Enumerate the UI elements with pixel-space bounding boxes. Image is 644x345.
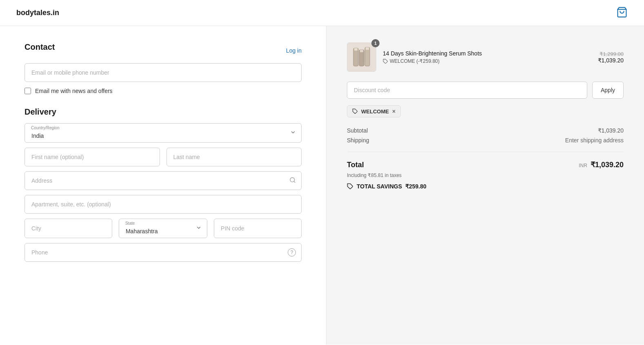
discount-code-input[interactable]	[347, 82, 587, 99]
subtotal-row: Subtotal ₹1,039.20	[347, 127, 624, 134]
state-select-wrapper: State Maharashtra	[119, 219, 207, 238]
shipping-label: Shipping	[347, 137, 369, 144]
product-quantity-badge: 1	[371, 39, 380, 47]
checkout-form-panel: Contact Log in Email me with news and of…	[0, 26, 326, 345]
discount-tag-text: WELCOME (-₹259.80)	[390, 58, 440, 64]
apartment-input[interactable]	[24, 195, 302, 214]
newsletter-label: Email me with news and offers	[35, 88, 113, 94]
product-name: 14 Days Skin-Brightening Serum Shots	[383, 50, 591, 57]
newsletter-checkbox-row: Email me with news and offers	[24, 88, 302, 94]
coupon-tag: WELCOME ×	[347, 105, 401, 117]
savings-row: TOTAL SAVINGS ₹259.80	[347, 183, 624, 190]
phone-help-icon[interactable]: ?	[288, 248, 296, 257]
savings-tag-icon	[347, 183, 353, 190]
original-price: ₹1,299.00	[598, 51, 624, 57]
product-image-wrapper: 1	[347, 42, 376, 72]
coupon-code-label: WELCOME	[361, 108, 389, 115]
subtotal-label: Subtotal	[347, 127, 368, 134]
main-layout: Contact Log in Email me with news and of…	[0, 26, 644, 345]
svg-rect-3	[353, 48, 358, 66]
svg-rect-5	[365, 47, 370, 66]
coupon-remove-button[interactable]: ×	[392, 108, 395, 115]
newsletter-checkbox[interactable]	[24, 88, 31, 94]
order-summary-panel: 1 14 Days Skin-Brightening Serum Shots	[326, 26, 644, 345]
cart-icon[interactable]	[616, 7, 628, 19]
svg-rect-7	[360, 50, 363, 52]
product-discount-tag: WELCOME (-₹259.80)	[383, 58, 591, 64]
svg-rect-8	[366, 47, 369, 50]
savings-value: ₹259.80	[405, 183, 426, 190]
product-image	[347, 42, 376, 72]
totals-divider	[347, 152, 624, 152]
contact-header: Contact Log in	[24, 42, 302, 58]
total-right: INR ₹1,039.20	[579, 160, 624, 169]
phone-wrapper: ?	[24, 243, 302, 262]
contact-section: Contact Log in Email me with news and of…	[24, 42, 302, 94]
subtotal-value: ₹1,039.20	[598, 127, 624, 134]
login-link[interactable]: Log in	[286, 47, 302, 54]
address-input[interactable]	[24, 171, 302, 190]
apply-discount-button[interactable]: Apply	[592, 82, 624, 99]
page-header: bodytales.in	[0, 0, 644, 26]
phone-input[interactable]	[24, 243, 302, 262]
savings-label: TOTAL SAVINGS	[357, 183, 402, 190]
address-wrapper	[24, 171, 302, 190]
svg-rect-6	[354, 48, 358, 51]
product-pricing: ₹1,299.00 ₹1,039.20	[598, 51, 624, 64]
delivery-heading: Delivery	[24, 107, 302, 117]
name-row	[24, 148, 302, 166]
country-select[interactable]: India	[24, 123, 302, 143]
tax-note: Including ₹85.81 in taxes	[347, 172, 624, 178]
state-label: State	[125, 221, 135, 226]
shipping-value: Enter shipping address	[565, 137, 624, 144]
total-value: ₹1,039.20	[591, 160, 624, 169]
current-price: ₹1,039.20	[598, 57, 624, 64]
product-info: 14 Days Skin-Brightening Serum Shots WEL…	[383, 50, 591, 64]
country-label: Country/Region	[31, 126, 59, 130]
email-input[interactable]	[24, 63, 302, 82]
coupon-tag-icon	[352, 108, 358, 114]
last-name-input[interactable]	[167, 148, 302, 166]
city-input[interactable]	[24, 219, 112, 238]
site-logo: bodytales.in	[16, 9, 59, 17]
totals-section: Subtotal ₹1,039.20 Shipping Enter shippi…	[347, 127, 624, 190]
product-item: 1 14 Days Skin-Brightening Serum Shots	[347, 42, 624, 72]
city-state-pin-row: State Maharashtra	[24, 219, 302, 238]
total-currency: INR	[579, 163, 587, 168]
contact-heading: Contact	[24, 42, 55, 52]
first-name-input[interactable]	[24, 148, 160, 166]
total-label: Total	[347, 161, 364, 169]
pin-input[interactable]	[214, 219, 302, 238]
country-select-wrapper: Country/Region India	[24, 123, 302, 143]
discount-code-row: Apply	[347, 82, 624, 99]
shipping-row: Shipping Enter shipping address	[347, 137, 624, 144]
delivery-section: Delivery Country/Region India	[24, 107, 302, 262]
total-row: Total INR ₹1,039.20	[347, 160, 624, 169]
